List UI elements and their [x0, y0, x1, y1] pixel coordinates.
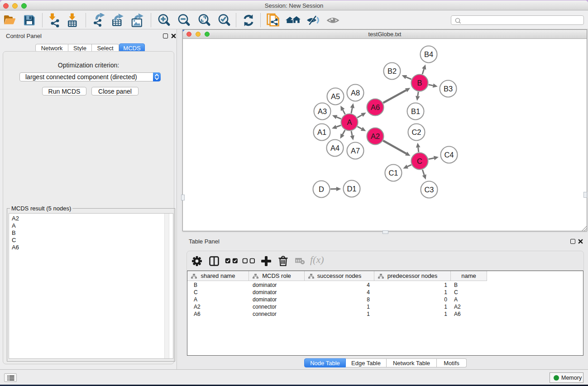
svg-text:D: D	[319, 185, 324, 193]
svg-text:A6: A6	[371, 103, 380, 111]
svg-text:B4: B4	[424, 50, 433, 58]
svg-text:A7: A7	[351, 147, 360, 155]
svg-text:A: A	[347, 118, 352, 126]
svg-text:A5: A5	[331, 92, 340, 100]
svg-text:B3: B3	[444, 85, 453, 93]
svg-text:C4: C4	[444, 151, 454, 159]
svg-text:B: B	[417, 79, 422, 87]
svg-text:A3: A3	[318, 107, 327, 115]
svg-text:C3: C3	[424, 186, 434, 194]
svg-text:C1: C1	[388, 169, 398, 177]
svg-text:A4: A4	[330, 144, 339, 152]
svg-text:C: C	[417, 157, 422, 165]
svg-text:B2: B2	[387, 67, 397, 75]
svg-text:A1: A1	[317, 128, 326, 136]
svg-text:B1: B1	[411, 107, 420, 115]
svg-text:D1: D1	[347, 185, 356, 193]
svg-text:A2: A2	[371, 132, 380, 140]
svg-text:C2: C2	[411, 128, 421, 136]
svg-text:A8: A8	[351, 89, 360, 97]
